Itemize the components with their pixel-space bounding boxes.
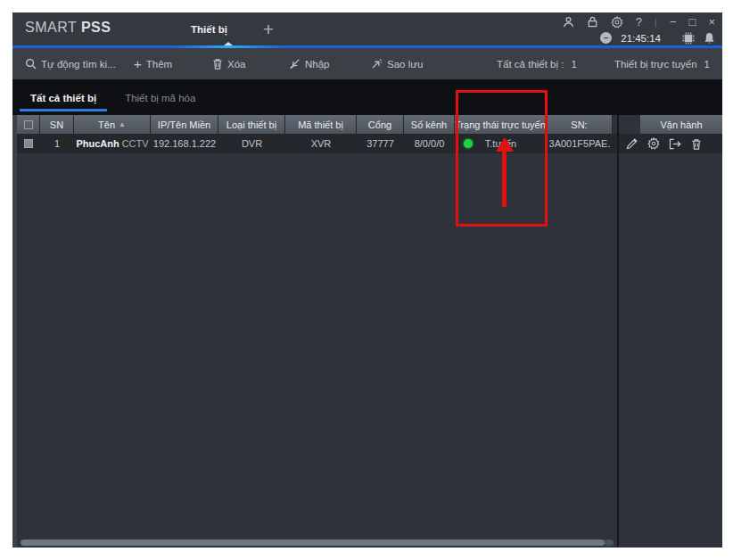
online-status-dot <box>464 139 473 148</box>
header-online-status[interactable]: Trạng thái trực tuyến <box>455 115 547 134</box>
edit-pencil-icon[interactable] <box>626 137 638 150</box>
row-online-status: T.tuyến <box>455 134 547 153</box>
import-label: Nhập <box>305 59 330 70</box>
device-tabstrip: Tất cả thiết bị Thiết bị mã hóa <box>12 79 722 111</box>
backup-label: Sao lưu <box>387 59 423 70</box>
backup-arrow-icon <box>371 58 383 70</box>
table-scroll-area: SN Tên ▲ IP/Tên Miền Loại thiết bị Mã th… <box>17 115 617 548</box>
row-operations <box>619 134 722 153</box>
titlebar: SMART PSS Thiết bị + ? | <box>12 12 722 45</box>
header-select-all[interactable] <box>17 115 40 134</box>
trash-icon <box>212 58 223 70</box>
row-select-cell[interactable] <box>17 134 40 153</box>
scrollbar-cap <box>605 539 614 546</box>
sort-asc-icon: ▲ <box>119 120 126 128</box>
import-arrow-icon <box>289 58 301 70</box>
row-port: 37777 <box>357 134 404 153</box>
header-operation: Vận hành <box>640 115 722 134</box>
app-window: SMART PSS Thiết bị + ? | <box>12 12 722 548</box>
online-status-label: T.tuyến <box>485 138 516 149</box>
clock-time: 21:45:14 <box>621 33 661 44</box>
table-empty-area <box>17 153 617 539</box>
header-serial[interactable]: SN: <box>547 115 613 134</box>
row-ip: 192.168.1.222 <box>151 134 218 153</box>
search-icon <box>25 58 37 70</box>
row-checkbox[interactable] <box>24 139 33 148</box>
backup-button[interactable]: Sao lưu <box>371 58 460 70</box>
device-table: SN Tên ▲ IP/Tên Miền Loại thiết bị Mã th… <box>12 115 722 548</box>
header-name-label: Tên <box>98 119 115 130</box>
operation-empty-area <box>619 153 722 548</box>
screenshot-page: SMART PSS Thiết bị + ? | <box>0 0 733 560</box>
import-button[interactable]: Nhập <box>289 58 371 70</box>
tab-all-devices[interactable]: Tất cả thiết bị <box>18 85 109 111</box>
minimize-icon[interactable]: − <box>670 16 677 28</box>
active-tab-notch <box>224 42 233 45</box>
scrollbar-thumb[interactable] <box>21 539 605 546</box>
titlebar-separator: | <box>655 17 657 28</box>
content-area: Tất cả thiết bị Thiết bị mã hóa SN Tên ▲… <box>12 79 722 548</box>
config-gear-icon[interactable] <box>647 137 660 150</box>
add-device-label: Thêm <box>146 59 172 70</box>
header-model[interactable]: Mã thiết bị <box>285 115 357 134</box>
user-icon[interactable] <box>563 16 574 28</box>
accent-glow <box>173 45 284 48</box>
help-icon[interactable]: ? <box>636 16 642 28</box>
row-sn: 1 <box>40 134 74 153</box>
device-counters: Tất cả thiết bị : 1 Thiết bị trực tuyến … <box>497 59 710 70</box>
table-row[interactable]: 1 PhucAnh CCTV 192.168.1.222 DVR XVR 377… <box>17 134 617 153</box>
tab-encoded-devices[interactable]: Thiết bị mã hóa <box>112 85 208 111</box>
header-sn[interactable]: SN <box>40 115 74 134</box>
select-all-checkbox[interactable] <box>24 120 33 129</box>
delete-device-label: Xóa <box>227 59 245 70</box>
add-device-button[interactable]: + Thêm <box>134 56 212 71</box>
status-circle-icon[interactable]: − <box>600 32 612 44</box>
row-serial: 3A001F5PAE. <box>547 134 613 153</box>
header-channels[interactable]: Số kênh <box>404 115 455 134</box>
row-device-name: PhucAnh CCTV <box>74 134 151 153</box>
row-name-primary: PhucAnh <box>76 138 119 149</box>
delete-device-button[interactable]: Xóa <box>212 58 289 70</box>
app-logo-smart: SMART <box>25 20 77 35</box>
device-toolbar: Tự động tìm ki... + Thêm Xóa Nhập <box>12 48 722 79</box>
row-name-secondary: CCTV <box>122 138 149 149</box>
all-devices-label: Tất cả thiết bị : <box>497 59 564 70</box>
operation-column: Vận hành <box>617 115 722 548</box>
online-devices-label: Thiết bị trực tuyến <box>614 59 697 70</box>
logout-export-icon[interactable] <box>669 138 682 150</box>
all-devices-count: 1 <box>571 59 576 70</box>
cpu-icon[interactable] <box>682 32 695 45</box>
delete-trash-icon[interactable] <box>691 138 702 150</box>
bell-icon[interactable] <box>704 32 715 45</box>
row-channels: 8/0/0/0 <box>404 134 455 153</box>
header-ip[interactable]: IP/Tên Miền <box>151 115 218 134</box>
plus-icon: + <box>134 56 142 71</box>
app-logo: SMART PSS <box>25 20 111 36</box>
auto-search-label: Tự động tìm ki... <box>41 59 116 70</box>
lock-icon[interactable] <box>587 16 598 28</box>
accent-underline <box>12 45 722 48</box>
tab-devices[interactable]: Thiết bị <box>182 12 236 45</box>
row-model: XVR <box>285 134 357 153</box>
close-icon[interactable]: × <box>708 16 715 28</box>
header-device-type[interactable]: Loại thiết bị <box>218 115 285 134</box>
header-name[interactable]: Tên ▲ <box>74 115 151 134</box>
header-port[interactable]: Cổng <box>357 115 404 134</box>
maximize-icon[interactable]: □ <box>689 16 696 28</box>
row-device-type: DVR <box>218 134 285 153</box>
auto-search-button[interactable]: Tự động tìm ki... <box>25 58 130 70</box>
online-devices-count: 1 <box>704 59 710 70</box>
horizontal-scrollbar[interactable] <box>17 539 617 548</box>
table-header-row: SN Tên ▲ IP/Tên Miền Loại thiết bị Mã th… <box>17 115 617 134</box>
settings-gear-icon[interactable] <box>611 16 623 29</box>
app-logo-pss: PSS <box>81 20 111 35</box>
titlebar-controls: ? | − □ × − 21:45:14 <box>563 14 715 45</box>
add-tab-button[interactable]: + <box>255 16 282 43</box>
